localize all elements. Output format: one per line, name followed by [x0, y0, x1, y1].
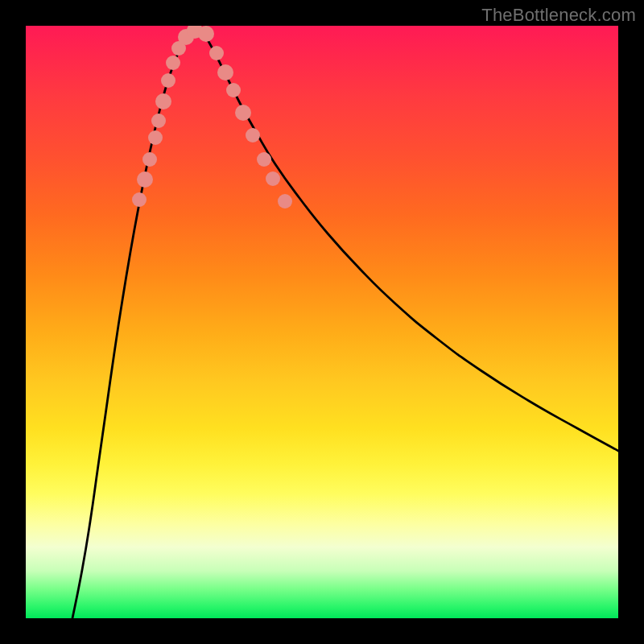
overlay-dot [155, 93, 171, 109]
overlay-dots-layer [132, 26, 292, 208]
overlay-dot [266, 171, 280, 186]
overlay-dot [198, 26, 214, 42]
overlay-dot [209, 46, 224, 60]
overlay-dot [257, 152, 271, 167]
watermark-text: TheBottleneck.com [481, 5, 636, 26]
left-curve [72, 27, 200, 618]
overlay-dot [166, 56, 180, 70]
overlay-dot [148, 130, 163, 145]
overlay-dot [161, 73, 175, 88]
overlay-dot [132, 192, 147, 207]
overlay-dot [246, 128, 260, 142]
overlay-dot [278, 194, 292, 208]
overlay-dot [226, 83, 241, 97]
overlay-dot [217, 64, 233, 80]
chart-svg [26, 26, 618, 618]
overlay-dot [137, 171, 153, 188]
overlay-dot [151, 114, 166, 128]
overlay-dot [235, 105, 251, 121]
overlay-dot [142, 152, 157, 167]
right-curve [200, 27, 618, 451]
chart-frame: TheBottleneck.com [0, 0, 644, 644]
chart-plot-area [26, 26, 618, 618]
